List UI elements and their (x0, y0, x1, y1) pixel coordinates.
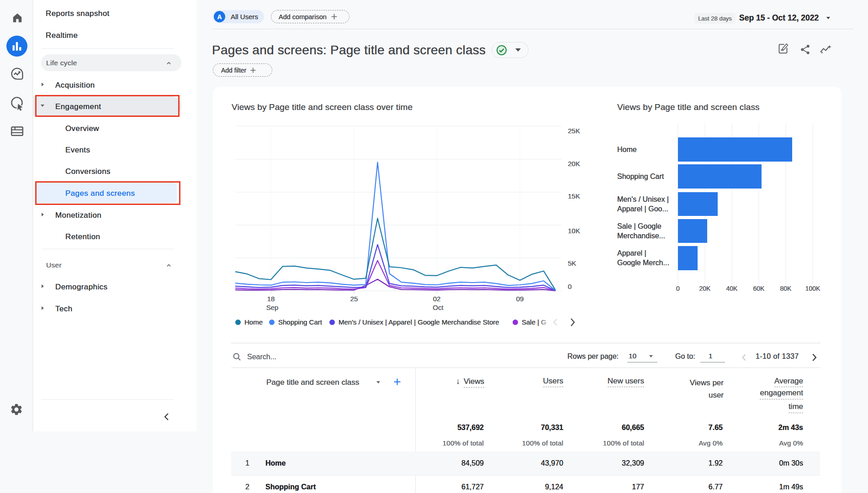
svg-text:Shopping Cart: Shopping Cart (278, 318, 323, 326)
svg-text:100K: 100K (805, 285, 820, 292)
svg-text:0: 0 (676, 285, 680, 292)
svg-text:80K: 80K (780, 285, 792, 292)
svg-text:02: 02 (433, 295, 441, 303)
svg-text:20K: 20K (568, 160, 580, 168)
svg-text:25: 25 (350, 295, 358, 303)
svg-text:Sale | Google: Sale | Google (617, 222, 662, 230)
svg-text:09: 09 (516, 295, 524, 303)
svg-text:Google Merch...: Google Merch... (617, 259, 669, 267)
svg-text:Sep: Sep (266, 304, 279, 311)
svg-text:Oct: Oct (433, 304, 444, 311)
svg-text:20K: 20K (699, 285, 711, 292)
svg-text:Home: Home (244, 318, 263, 326)
svg-text:5K: 5K (568, 259, 576, 267)
svg-text:40K: 40K (726, 285, 738, 292)
svg-text:15K: 15K (568, 192, 580, 200)
svg-text:Men's / Unisex |: Men's / Unisex | (617, 195, 669, 203)
svg-text:Home: Home (617, 146, 637, 153)
svg-text:25K: 25K (568, 127, 580, 135)
svg-text:60K: 60K (753, 285, 765, 292)
svg-text:Apparel | Goo...: Apparel | Goo... (617, 205, 668, 213)
svg-text:10K: 10K (568, 227, 580, 235)
svg-text:Shopping Cart: Shopping Cart (617, 173, 664, 180)
svg-text:Men's / Unisex | Apparel | Goo: Men's / Unisex | Apparel | Google Mercha… (339, 318, 499, 326)
svg-text:Merchandise...: Merchandise... (617, 232, 665, 240)
svg-text:Apparel |: Apparel | (617, 249, 646, 257)
svg-text:0: 0 (568, 283, 572, 290)
svg-text:18: 18 (267, 295, 275, 303)
